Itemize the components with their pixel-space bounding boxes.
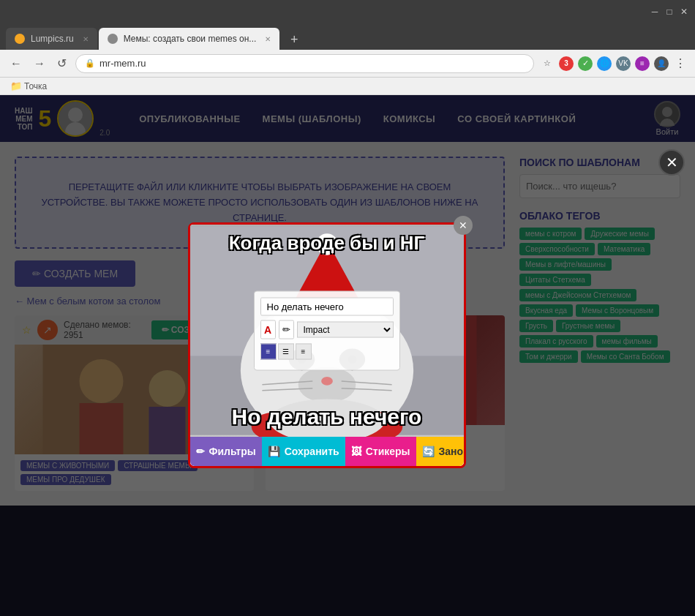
address-text: mr-mem.ru [99, 58, 146, 69]
bookmark-bar: 📁 Точка [0, 78, 695, 95]
bookmark-label: Точка [24, 81, 47, 91]
lock-icon: 🔒 [85, 59, 95, 68]
save-icon: 💾 [268, 446, 280, 457]
extension-icon-5[interactable]: ≡ [635, 56, 650, 71]
align-right-button[interactable]: ≡ [296, 343, 312, 359]
address-bar: ← → ↺ 🔒 mr-mem.ru ☆ 3 ✓ 🌐 VK ≡ 👤 ⋮ [0, 50, 695, 78]
reset-label: Заново [439, 446, 464, 457]
title-bar: ─ □ ✕ [0, 0, 695, 23]
tab-mr-mem[interactable]: Мемы: создать свои memes он... ✕ [99, 28, 280, 50]
tab-label-mr-mem: Мемы: создать свои memes он... [124, 34, 257, 44]
text-style-button[interactable]: ✏ [279, 320, 294, 339]
svg-point-19 [321, 377, 333, 386]
filters-icon: ✏ [196, 446, 205, 457]
close-overlay-button[interactable]: ✕ [658, 149, 685, 176]
align-buttons: ≡ ☰ ≡ [260, 343, 394, 359]
editor-close-icon: ✕ [459, 219, 467, 231]
extension-icon-1[interactable]: 3 [559, 56, 574, 71]
extension-icon-3[interactable]: 🌐 [597, 56, 612, 71]
tab-label-lumpics: Lumpics.ru [31, 34, 74, 44]
align-left-button[interactable]: ≡ [260, 343, 277, 359]
bookmark-item-tochka[interactable]: 📁 Точка [7, 79, 50, 93]
minimize-button[interactable]: ─ [650, 7, 660, 17]
text-input[interactable] [260, 297, 394, 315]
filters-label: Фильтры [209, 446, 256, 457]
meme-editor-close-button[interactable]: ✕ [454, 216, 473, 235]
address-actions: ☆ 3 ✓ 🌐 VK ≡ 👤 ⋮ [540, 56, 688, 71]
stickers-icon: 🖼 [351, 446, 361, 457]
new-tab-button[interactable]: + [284, 29, 304, 50]
reset-button[interactable]: 🔄 Заново [416, 437, 464, 466]
meme-editor-inner: ✕ [190, 225, 464, 466]
align-center-button[interactable]: ☰ [278, 343, 294, 359]
toolbar-row-1: A ✏ Impact Arial Times New Roman [260, 320, 394, 339]
extension-icon-4[interactable]: VK [616, 56, 631, 71]
extension-icon-2[interactable]: ✓ [578, 56, 593, 71]
tab-close-mr-mem[interactable]: ✕ [265, 35, 271, 43]
window-controls: ─ □ ✕ [650, 7, 689, 17]
reset-icon: 🔄 [422, 446, 435, 457]
stickers-label: Стикеры [366, 446, 410, 457]
account-icon[interactable]: 👤 [654, 56, 669, 71]
folder-icon: 📁 [10, 80, 22, 91]
reload-button[interactable]: ↺ [54, 53, 70, 73]
filters-button[interactable]: ✏ Фильтры [190, 437, 262, 466]
meme-top-text: Когда вроде бы и НГ [190, 232, 464, 255]
meme-image-container: Когда вроде бы и НГ Но делать нечего A ✏… [190, 225, 464, 437]
tab-favicon-lumpics [15, 34, 25, 44]
meme-bottom-text: Но делать нечего [190, 405, 464, 429]
star-icon[interactable]: ☆ [540, 56, 555, 71]
tab-favicon-mr-mem [108, 34, 118, 44]
tab-lumpics[interactable]: Lumpics.ru ✕ [6, 28, 97, 50]
back-button[interactable]: ← [7, 54, 25, 73]
close-icon: ✕ [666, 154, 678, 171]
tabs-bar: Lumpics.ru ✕ Мемы: создать свои memes он… [0, 23, 695, 50]
font-select[interactable]: Impact Arial Times New Roman [297, 321, 394, 337]
maximize-button[interactable]: □ [664, 7, 675, 17]
address-field[interactable]: 🔒 mr-mem.ru [75, 54, 534, 73]
close-button[interactable]: ✕ [679, 7, 689, 17]
save-label: Сохранить [285, 446, 339, 457]
save-button[interactable]: 💾 Сохранить [262, 437, 345, 466]
website-inner: НАШ МЕМ ТОП 5 2.0 ОПУБЛИКОВАННЫЕ МЕ [0, 95, 695, 616]
meme-editor: ✕ [188, 222, 466, 468]
font-color-button[interactable]: A [260, 320, 276, 339]
tab-close-lumpics[interactable]: ✕ [83, 35, 89, 43]
forward-button[interactable]: → [31, 54, 48, 73]
stickers-button[interactable]: 🖼 Стикеры [345, 437, 416, 466]
menu-button[interactable]: ⋮ [673, 56, 688, 71]
text-editor-toolbar: A ✏ Impact Arial Times New Roman ≡ ☰ ≡ [254, 290, 400, 370]
browser-chrome: ─ □ ✕ Lumpics.ru ✕ Мемы: создать свои me… [0, 0, 695, 95]
editor-actions: ✏ Фильтры 💾 Сохранить 🖼 Стикеры 🔄 Заново [190, 437, 464, 466]
website: НАШ МЕМ ТОП 5 2.0 ОПУБЛИКОВАННЫЕ МЕ [0, 95, 695, 616]
